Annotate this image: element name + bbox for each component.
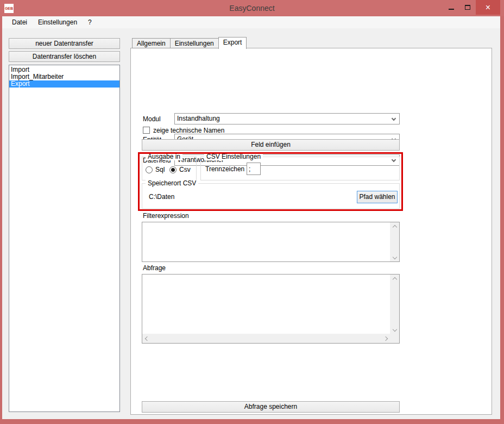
csv-path-value: C:\Daten bbox=[149, 193, 174, 201]
tab-allgemein[interactable]: Allgemein bbox=[132, 38, 170, 48]
scroll-up-icon[interactable] bbox=[390, 275, 399, 284]
scrollbar-corner bbox=[390, 334, 399, 343]
radio-unchecked-icon bbox=[146, 166, 153, 173]
path-group-title: Speicherort CSV bbox=[146, 180, 198, 187]
scroll-right-icon[interactable] bbox=[381, 334, 390, 343]
modul-label: Modul bbox=[143, 115, 161, 123]
scroll-down-icon[interactable] bbox=[390, 252, 399, 261]
minimize-button[interactable] bbox=[443, 0, 459, 15]
menu-datei[interactable]: Datei bbox=[7, 17, 33, 28]
output-group-title: Ausgabe in bbox=[146, 153, 182, 160]
query-textarea[interactable] bbox=[142, 274, 400, 344]
new-transfer-button[interactable]: neuer Datentransfer bbox=[9, 38, 120, 49]
tab-export[interactable]: Export bbox=[218, 37, 247, 49]
radio-checked-icon bbox=[169, 166, 177, 173]
checkbox-label: zeige technische Namen bbox=[153, 127, 224, 134]
csv-path-groupbox: Speicherort CSV C:\Daten Pfad wählen bbox=[142, 183, 400, 209]
menu-help[interactable]: ? bbox=[83, 17, 97, 28]
separator-label: Trennzeichen bbox=[205, 165, 244, 173]
close-button[interactable]: × bbox=[476, 0, 500, 15]
tab-strip: Allgemein Einstellungen Export bbox=[132, 38, 247, 48]
insert-field-button[interactable]: Feld einfügen bbox=[142, 139, 400, 151]
window-title: EasyConnect bbox=[229, 4, 274, 13]
save-query-button[interactable]: Abfrage speichern bbox=[142, 401, 400, 413]
filter-label: Filterexpression bbox=[143, 212, 189, 220]
radio-csv-label: Csv bbox=[179, 166, 191, 173]
caption-buttons: × bbox=[443, 0, 500, 15]
scroll-up-icon[interactable] bbox=[390, 222, 399, 232]
radio-sql[interactable]: Sql bbox=[146, 166, 165, 173]
scroll-left-icon[interactable] bbox=[142, 334, 152, 343]
horizontal-scrollbar[interactable] bbox=[142, 334, 390, 343]
app-window: GEB EasyConnect × Datei Einstellungen ? … bbox=[0, 0, 504, 424]
menubar: Datei Einstellungen ? bbox=[2, 16, 500, 28]
client-area: neuer Datentransfer Datentransfer lösche… bbox=[2, 28, 500, 419]
menu-einstellungen[interactable]: Einstellungen bbox=[33, 17, 83, 28]
radio-csv[interactable]: Csv bbox=[169, 166, 191, 173]
modul-value: Instandhaltung bbox=[177, 115, 220, 122]
technical-names-checkbox[interactable]: zeige technische Namen bbox=[143, 126, 224, 134]
csv-group-title: CSV Einstellungen bbox=[204, 153, 263, 160]
choose-path-button[interactable]: Pfad wählen bbox=[357, 191, 398, 203]
checkbox-icon bbox=[143, 127, 150, 134]
transfer-listbox: Import Import_Mitarbeiter Export bbox=[9, 65, 120, 412]
modul-dropdown[interactable]: Instandhaltung bbox=[174, 113, 400, 124]
titlebar: GEB EasyConnect × bbox=[0, 0, 504, 16]
tab-einstellungen[interactable]: Einstellungen bbox=[170, 38, 218, 48]
radio-sql-label: Sql bbox=[155, 166, 165, 173]
query-label: Abfrage bbox=[143, 264, 166, 272]
output-groupbox: Ausgabe in Sql Csv bbox=[142, 157, 197, 180]
csv-settings-groupbox: CSV Einstellungen Trennzeichen bbox=[200, 157, 400, 180]
vertical-scrollbar[interactable] bbox=[390, 275, 399, 334]
app-logo-text: GEB bbox=[5, 7, 13, 10]
scroll-down-icon[interactable] bbox=[390, 325, 399, 334]
chevron-down-icon bbox=[392, 116, 396, 121]
separator-input[interactable] bbox=[247, 163, 261, 175]
app-logo-icon: GEB bbox=[4, 4, 14, 13]
maximize-button[interactable] bbox=[459, 0, 476, 15]
delete-transfer-button[interactable]: Datentransfer löschen bbox=[9, 51, 120, 62]
minimize-icon bbox=[449, 9, 454, 10]
close-icon: × bbox=[486, 3, 490, 13]
maximize-icon bbox=[465, 5, 470, 10]
vertical-scrollbar[interactable] bbox=[390, 222, 399, 261]
filter-textarea[interactable] bbox=[142, 222, 400, 262]
tab-panel-export: Modul Instandhaltung Entität Gerät Daten… bbox=[130, 48, 492, 415]
list-item-export[interactable]: Export bbox=[9, 80, 119, 88]
